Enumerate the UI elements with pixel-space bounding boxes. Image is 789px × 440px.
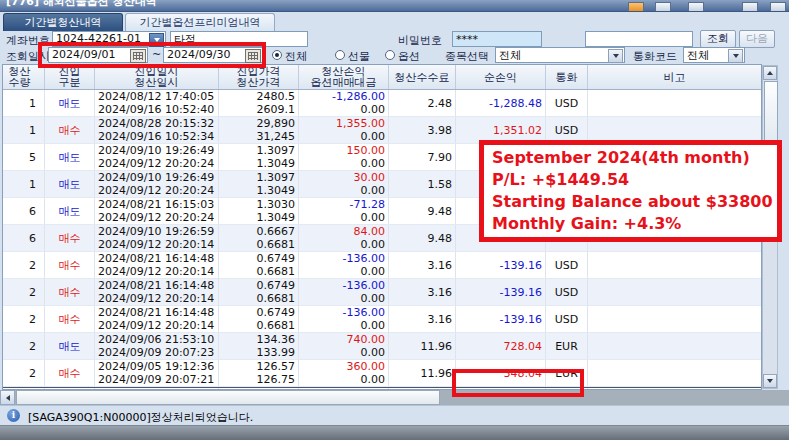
- cell-prices: 134.36133.99: [219, 333, 299, 359]
- cell-pnl: -71.280.00: [299, 198, 389, 224]
- cell-times: 2024/08/21 16:15:032024/09/12 20:20:24: [95, 198, 219, 224]
- cell-pnl: -136.000.00: [299, 279, 389, 305]
- chevron-down-icon[interactable]: [728, 49, 743, 63]
- cell-currency: USD: [546, 252, 588, 278]
- cell-currency: USD: [546, 279, 588, 305]
- cell-qty: 1: [3, 90, 45, 116]
- cell-side: 매도: [45, 144, 95, 170]
- cell-prices: 0.66670.6681: [219, 225, 299, 251]
- cell-prices: 2480.52609.1: [219, 90, 299, 116]
- horizontal-scrollbar[interactable]: [0, 390, 789, 405]
- cell-net: -139.16: [456, 306, 546, 332]
- next-button[interactable]: 다음: [739, 30, 775, 48]
- cell-side: 매수: [45, 252, 95, 278]
- cell-times: 2024/08/21 16:14:482024/09/12 20:20:14: [95, 252, 219, 278]
- header-note[interactable]: 비고: [588, 65, 761, 89]
- cell-prices: 1.30971.3049: [219, 171, 299, 197]
- cell-pnl: -136.000.00: [299, 306, 389, 332]
- tab-period-option-premium[interactable]: 기간별옵션프리미엄내역: [125, 13, 275, 31]
- cell-fee: 3.98: [389, 117, 456, 143]
- cell-qty: 1: [3, 171, 45, 197]
- cell-fee: 3.16: [389, 306, 456, 332]
- header-currency[interactable]: 통화: [546, 65, 588, 89]
- header-times[interactable]: 진입일시청산일시: [95, 65, 219, 89]
- cell-currency: EUR: [546, 333, 588, 359]
- window-button-1[interactable]: [655, 2, 671, 12]
- cell-fee: 9.48: [389, 225, 456, 251]
- minimize-button[interactable]: [742, 2, 758, 12]
- cell-note: [588, 360, 761, 386]
- cell-net: -139.16: [456, 279, 546, 305]
- close-button[interactable]: [770, 2, 786, 12]
- window-title: [776] 해외선물옵션 청산내역: [6, 0, 157, 9]
- cell-qty: 2: [3, 333, 45, 359]
- table-row[interactable]: 2 매도 2024/09/06 21:53:102024/09/09 20:07…: [3, 333, 761, 360]
- cell-pnl: 84.000.00: [299, 225, 389, 251]
- cell-times: 2024/09/10 19:26:592024/09/12 20:20:14: [95, 225, 219, 251]
- cell-fee: 3.16: [389, 279, 456, 305]
- annotation-line-4: Monthly Gain: +4.3%: [492, 213, 769, 235]
- cell-prices: 1.30971.3049: [219, 144, 299, 170]
- query-button[interactable]: 조회: [700, 30, 736, 48]
- cell-times: 2024/08/21 16:14:482024/09/12 20:20:14: [95, 306, 219, 332]
- cell-times: 2024/08/12 17:40:052024/09/16 10:52:40: [95, 90, 219, 116]
- horizontal-scroll-thumb[interactable]: [16, 390, 440, 405]
- scroll-left-icon[interactable]: [0, 390, 15, 405]
- window-button-2[interactable]: [688, 2, 704, 12]
- header-pnl[interactable]: 청산손익옵션매매대금: [299, 65, 389, 89]
- annotation-note: September 2024(4th month) P/L: +$1449.54…: [479, 140, 782, 242]
- cell-net: -1,288.48: [456, 90, 546, 116]
- currency-code-label: 통화코드: [633, 49, 677, 64]
- cell-note: [588, 333, 761, 359]
- tab-period-settlement[interactable]: 기간별청산내역: [3, 13, 123, 31]
- currency-select[interactable]: 전체: [683, 47, 745, 63]
- cell-side: 매도: [45, 333, 95, 359]
- cell-times: 2024/09/05 19:12:362024/09/09 20:07:21: [95, 360, 219, 386]
- cell-times: 2024/09/10 19:26:492024/09/12 20:20:24: [95, 144, 219, 170]
- table-row[interactable]: 2 매수 2024/08/21 16:14:482024/09/12 20:20…: [3, 252, 761, 279]
- radio-all-label: 전체: [285, 49, 307, 64]
- app-window: [776] 해외선물옵션 청산내역 기간별청산내역 기간별옵션프리미엄내역 계좌…: [0, 0, 789, 440]
- currency-select-value: 전체: [687, 49, 709, 62]
- table-row[interactable]: 1 매도 2024/08/12 17:40:052024/09/16 10:52…: [3, 90, 761, 117]
- header-side[interactable]: 진입구분: [45, 65, 95, 89]
- cell-net: -139.16: [456, 252, 546, 278]
- cell-side: 매도: [45, 90, 95, 116]
- cell-note: [588, 279, 761, 305]
- header-fee[interactable]: 청산수수료: [389, 65, 456, 89]
- window-bottom-edge: [0, 425, 789, 440]
- scroll-up-icon[interactable]: [763, 66, 777, 80]
- cell-pnl: 740.000.00: [299, 333, 389, 359]
- scroll-down-icon[interactable]: [763, 374, 777, 388]
- cell-times: 2024/09/06 21:53:102024/09/09 20:07:23: [95, 333, 219, 359]
- cell-qty: 5: [3, 144, 45, 170]
- extra-field[interactable]: [585, 31, 693, 47]
- cell-prices: 0.67490.6681: [219, 252, 299, 278]
- header-qty[interactable]: 청산수량: [3, 65, 45, 89]
- cell-fee: 11.96: [389, 360, 456, 386]
- cell-side: 매수: [45, 360, 95, 386]
- table-row[interactable]: 2 매수 2024/09/05 19:12:362024/09/09 20:07…: [3, 360, 761, 387]
- header-prices[interactable]: 진입가격청산가격: [219, 65, 299, 89]
- cell-times: 2024/08/28 20:15:322024/09/16 10:52:34: [95, 117, 219, 143]
- cell-times: 2024/08/21 16:14:482024/09/12 20:20:14: [95, 279, 219, 305]
- chevron-down-icon[interactable]: [608, 49, 623, 63]
- cell-qty: 6: [3, 225, 45, 251]
- cell-currency: USD: [546, 90, 588, 116]
- radio-futures-label: 선물: [348, 49, 370, 64]
- radio-futures[interactable]: [335, 50, 345, 60]
- symbol-select[interactable]: 전체: [495, 47, 625, 63]
- symbol-select-value: 전체: [499, 49, 521, 62]
- radio-options[interactable]: [385, 50, 395, 60]
- radio-all[interactable]: [272, 50, 282, 60]
- table-row[interactable]: 2 매수 2024/08/21 16:14:482024/09/12 20:20…: [3, 306, 761, 333]
- window-titlebar: [776] 해외선물옵션 청산내역: [0, 0, 789, 12]
- header-net[interactable]: 순손익: [456, 65, 546, 89]
- table-row[interactable]: 2 매수 2024/08/21 16:14:482024/09/12 20:20…: [3, 279, 761, 306]
- cell-prices: 0.67490.6681: [219, 279, 299, 305]
- toolbar-icon[interactable]: [628, 2, 644, 12]
- symbol-select-label: 종목선택: [445, 49, 489, 64]
- cell-qty: 2: [3, 252, 45, 278]
- password-field[interactable]: [452, 31, 542, 47]
- cell-qty: 2: [3, 306, 45, 332]
